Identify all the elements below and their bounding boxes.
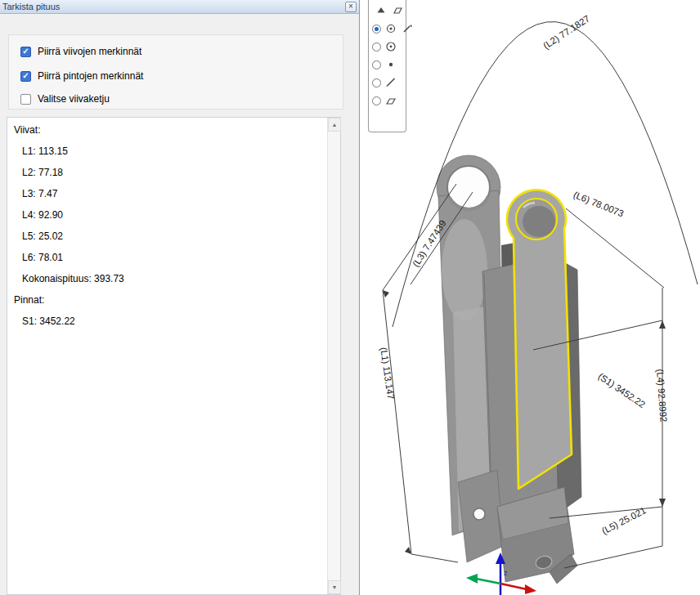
total-length: Kokonaispituus: 393.73 [7,268,340,289]
close-button[interactable]: × [345,2,357,12]
checkbox-select-chain[interactable]: ✓ [20,94,31,105]
dialog-titlebar: Tarkista pituus × [0,0,359,14]
surfaces-header: Pinnat: [7,289,340,311]
tool-option-circle[interactable] [372,38,402,56]
checkbox-row-select-chain[interactable]: ✓ Valitse viivaketju [20,92,110,105]
scroll-down-button[interactable]: ▼ [328,580,341,594]
measure-tool-palette [368,0,406,132]
line-result-l5: L5: 25.02 [7,226,340,247]
line-result-l4: L4: 92.90 [7,204,340,226]
line-result-l6: L6: 78.01 [7,247,340,268]
circle-dot-icon [384,40,397,53]
lines-header: Viivat: [7,119,340,141]
line-result-l2: L2: 77.18 [7,162,340,183]
tool-option-point-to-point[interactable] [372,20,402,38]
y-axis-arrow [466,574,478,584]
3d-viewport[interactable]: (L2) 77.1827 (L6) 78.0073 (L3) 7.47439 (… [360,0,700,595]
checkbox-label: Valitse viivaketju [38,93,110,105]
dot-icon [384,58,397,71]
up-arrow-icon[interactable] [375,4,388,17]
radio-point-to-point[interactable] [372,25,381,34]
results-content: Viivat: L1: 113.15 L2: 77.18 L3: 7.47 L4… [7,118,340,332]
checkbox-row-draw-surface-marks[interactable]: ✓ Piirrä pintojen merkinnät [20,69,143,83]
checkbox-label: Piirrä pintojen merkinnät [38,70,143,82]
results-scrollbar[interactable]: ▲ ▼ [327,118,340,594]
tool-option-line[interactable] [372,74,402,92]
options-group: ✓ Piirrä viivojen merkinnät ✓ Piirrä pin… [8,34,343,110]
check-icon: ✓ [22,47,29,56]
3d-scene[interactable] [360,0,700,595]
parallelogram-icon [384,94,397,107]
checkbox-draw-line-marks[interactable]: ✓ [20,47,31,57]
x-axis-arrow [525,584,536,594]
radio-line[interactable] [372,78,381,87]
radio-face[interactable] [372,96,381,105]
check-icon: ✓ [22,72,29,80]
check-length-dialog: Tarkista pituus × ✓ Piirrä viivojen merk… [0,0,360,595]
z-axis-label: z [504,569,508,577]
tool-option-face[interactable] [372,92,402,110]
scroll-up-button[interactable]: ▲ [328,118,341,132]
line-result-l1: L1: 113.15 [7,141,340,162]
line-icon [384,76,397,89]
dialog-title: Tarkista pituus [2,2,60,11]
checkbox-draw-surface-marks[interactable]: ✓ [20,71,31,82]
part-front-lug-selected[interactable] [507,190,572,489]
tool-option-point[interactable] [372,56,402,74]
radio-circle[interactable] [372,42,381,51]
circle-dot-icon [384,22,397,35]
surface-result-s1: S1: 3452.22 [7,311,340,332]
app-window: Tarkista pituus × ✓ Piirrä viivojen merk… [0,0,700,595]
checkbox-label: Piirrä viivojen merkinnät [38,46,141,57]
results-list: Viivat: L1: 113.15 L2: 77.18 L3: 7.47 L4… [7,117,341,595]
sketch-parallelogram-icon[interactable] [391,4,404,17]
line-result-l3: L3: 7.47 [7,183,340,204]
pencil-icon [401,22,414,35]
palette-header [372,2,402,20]
checkbox-row-draw-line-marks[interactable]: ✓ Piirrä viivojen merkinnät [20,45,141,58]
radio-point[interactable] [372,60,381,69]
